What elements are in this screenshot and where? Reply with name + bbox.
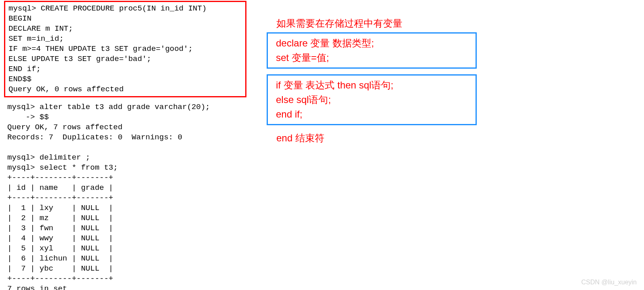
annotation-endif-line: end if;	[276, 107, 467, 122]
annotation-set-line: set 变量=值;	[276, 50, 467, 65]
annotation-if-line: if 变量 表达式 then sql语句;	[276, 78, 467, 92]
annotation-end-line: end 结束符	[267, 131, 477, 145]
annotation-box-if: if 变量 表达式 then sql语句; else sql语句; end if…	[267, 74, 477, 125]
sql-procedure-block: mysql> CREATE PROCEDURE proc5(IN in_id I…	[4, 1, 246, 97]
annotation-box-declare: declare 变量 数据类型; set 变量=值;	[267, 32, 477, 69]
annotation-else-line: else sql语句;	[276, 92, 467, 107]
sql-query-block: mysql> alter table t3 add grade varchar(…	[4, 102, 246, 290]
annotation-declare-line: declare 变量 数据类型;	[276, 36, 467, 50]
annotation-panel: 如果需要在存储过程中有变量 declare 变量 数据类型; set 变量=值;…	[267, 16, 477, 145]
annotation-heading: 如果需要在存储过程中有变量	[267, 16, 477, 31]
terminal-panel: mysql> CREATE PROCEDURE proc5(IN in_id I…	[4, 0, 246, 290]
watermark: CSDN @liu_xueyin	[581, 279, 637, 286]
